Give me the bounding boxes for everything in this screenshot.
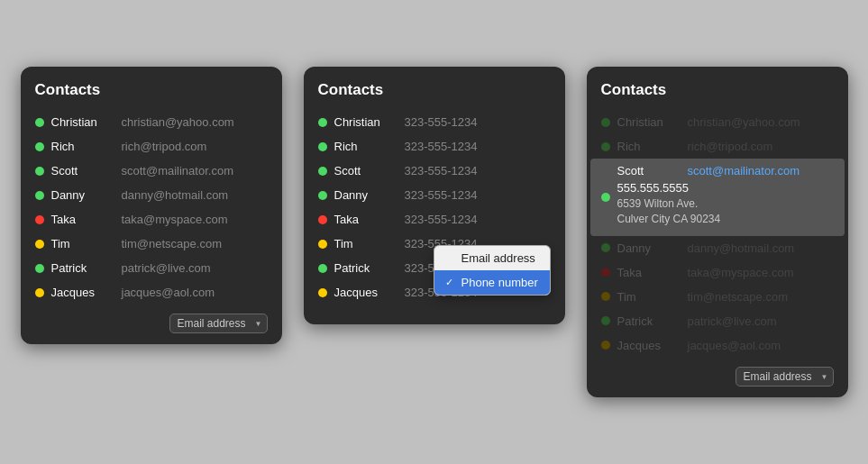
contact-name: Danny [51, 188, 114, 202]
popup-menu: Email address ✓ Phone number [434, 245, 551, 296]
panel-phone-title: Contacts [304, 81, 565, 110]
contact-name: Rich [617, 140, 681, 153]
contact-phone: 323-555-1234 [405, 213, 551, 226]
status-dot [318, 240, 327, 249]
contact-name: Patrick [334, 261, 397, 275]
contact-row-selected[interactable]: Scott scott@mailinator.com 555.555.5555 … [590, 159, 845, 236]
contact-row[interactable]: Patrick patrick@live.com [21, 256, 282, 280]
contact-row[interactable]: Taka taka@myspace.com [21, 207, 282, 232]
contact-row[interactable]: Scott scott@mailinator.com [21, 159, 282, 183]
contact-phone: 323-555-1234 [405, 140, 551, 153]
contact-row[interactable]: Jacques jacques@aol.com [587, 333, 848, 358]
status-dot [601, 243, 610, 252]
status-dot [318, 142, 327, 151]
contact-row[interactable]: Patrick patrick@live.com [587, 309, 848, 333]
contact-email: rich@tripod.com [122, 140, 268, 153]
panel-selected-title: Contacts [587, 81, 848, 110]
panel-phone-footer: Email address ✓ Phone number [304, 305, 565, 314]
status-dot [35, 167, 44, 176]
contact-phone: 323-555-1234 [405, 115, 551, 129]
contact-name: Danny [334, 188, 397, 202]
contact-detail: rich@tripod.com [688, 140, 834, 153]
status-dot [318, 118, 327, 127]
contact-name: Jacques [617, 339, 681, 352]
popup-phone-option[interactable]: ✓ Phone number [434, 270, 550, 295]
status-dot [601, 268, 610, 277]
contact-name: Patrick [617, 314, 681, 328]
selected-phone: 555.555.5555 [617, 179, 834, 195]
contact-row[interactable]: Danny danny@hotmail.com [21, 183, 282, 207]
contact-email: tim@netscape.com [122, 237, 268, 250]
contact-name: Taka [51, 213, 114, 226]
contact-row[interactable]: Scott 323-555-1234 [304, 159, 565, 183]
status-dot [318, 191, 327, 200]
contact-name: Jacques [334, 286, 397, 299]
dropdown-wrapper-1[interactable]: Email address Phone number [169, 314, 268, 333]
status-dot [318, 215, 327, 224]
contact-name: Christian [334, 115, 397, 129]
contact-row[interactable]: Danny 323-555-1234 [304, 183, 565, 207]
contact-row[interactable]: Rich rich@tripod.com [21, 134, 282, 159]
contact-email: christian@yahoo.com [122, 115, 268, 129]
contact-email-link[interactable]: scott@mailinator.com [688, 164, 834, 177]
panel-phone: Contacts Christian 323-555-1234 Rich 323… [304, 67, 565, 324]
contact-row[interactable]: Christian 323-555-1234 [304, 110, 565, 134]
contact-row[interactable]: Tim tim@netscape.com [587, 285, 848, 309]
panels-container: Contacts Christian christian@yahoo.com R… [3, 49, 866, 415]
contact-list-3: Christian christian@yahoo.com Rich rich@… [587, 110, 848, 358]
status-dot [35, 215, 44, 224]
contact-email: taka@myspace.com [122, 213, 268, 226]
contact-row[interactable]: Taka 323-555-1234 [304, 207, 565, 232]
contact-name: Christian [51, 115, 114, 129]
dropdown-wrapper-3[interactable]: Email address Phone number [736, 367, 834, 387]
view-mode-select-3[interactable]: Email address Phone number [736, 367, 834, 387]
contact-detail: christian@yahoo.com [688, 115, 834, 129]
panel-email-title: Contacts [21, 81, 282, 110]
contact-row[interactable]: Christian christian@yahoo.com [21, 110, 282, 134]
contact-name: Patrick [51, 261, 114, 275]
contact-email: jacques@aol.com [122, 286, 268, 299]
contact-detail: tim@netscape.com [688, 290, 834, 304]
status-dot [35, 191, 44, 200]
view-mode-select-1[interactable]: Email address Phone number [169, 314, 268, 333]
contact-detail: jacques@aol.com [688, 339, 834, 352]
contact-row[interactable]: Jacques jacques@aol.com [21, 280, 282, 305]
contact-row[interactable]: Danny danny@hotmail.com [587, 236, 848, 260]
status-dot [601, 118, 610, 127]
status-dot [318, 288, 327, 297]
checkmark-phone: ✓ [445, 277, 456, 288]
status-dot [35, 240, 44, 249]
contact-name: Tim [617, 290, 681, 304]
contact-detail: taka@myspace.com [688, 266, 834, 279]
contact-name: Scott [51, 164, 114, 177]
status-dot [601, 341, 610, 350]
status-dot [601, 292, 610, 301]
panel-selected: Contacts Christian christian@yahoo.com R… [587, 67, 848, 397]
contact-name: Scott [617, 164, 681, 177]
popup-email-option[interactable]: Email address [434, 246, 550, 270]
contact-email: patrick@live.com [122, 261, 268, 275]
contact-name: Rich [334, 140, 397, 153]
contact-name: Rich [51, 140, 114, 153]
contact-list-1: Christian christian@yahoo.com Rich rich@… [21, 110, 282, 305]
contact-phone: 323-555-1234 [405, 164, 551, 177]
contact-row[interactable]: Rich rich@tripod.com [587, 134, 848, 159]
status-dot [601, 142, 610, 151]
contact-email: scott@mailinator.com [122, 164, 268, 177]
contact-row[interactable]: Taka taka@myspace.com [587, 260, 848, 285]
contact-name: Taka [334, 213, 397, 226]
contact-detail: danny@hotmail.com [688, 241, 834, 255]
contact-name: Jacques [51, 286, 114, 299]
contact-name: Tim [51, 237, 114, 250]
contact-row[interactable]: Rich 323-555-1234 [304, 134, 565, 159]
contact-name: Scott [334, 164, 397, 177]
contact-row[interactable]: Christian christian@yahoo.com [587, 110, 848, 134]
contact-name: Taka [617, 266, 681, 279]
panel-selected-footer: Email address Phone number [587, 358, 848, 387]
contact-detail: patrick@live.com [688, 314, 834, 328]
panel-email: Contacts Christian christian@yahoo.com R… [21, 67, 282, 344]
contact-phone: 323-555-1234 [405, 188, 551, 202]
contact-name: Christian [617, 115, 681, 129]
status-dot [35, 288, 44, 297]
contact-row[interactable]: Tim tim@netscape.com [21, 232, 282, 256]
